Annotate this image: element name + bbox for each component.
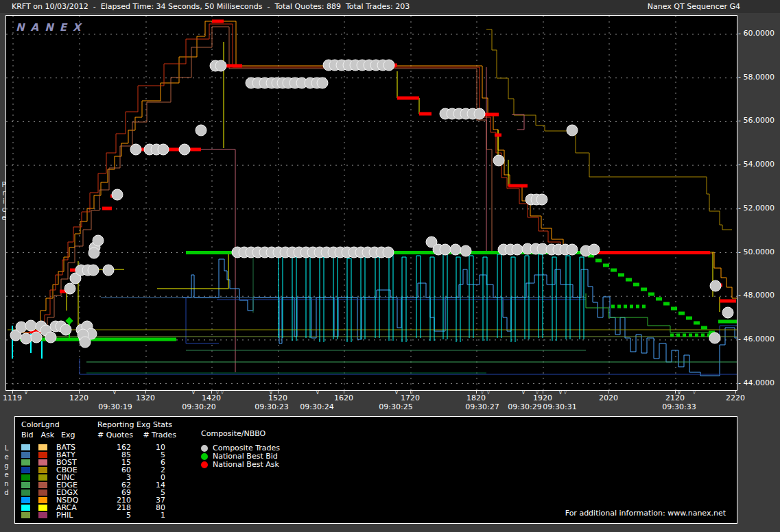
- exchange-quote-line: [201, 149, 235, 372]
- exchange-row: BATS 162 10: [21, 444, 200, 451]
- bid-color-swatch: [21, 467, 30, 473]
- nbbo-item: National Best Ask: [201, 461, 280, 469]
- color-legend-header: ColorLgnd: [21, 420, 60, 429]
- event-marker-icon: ∨: [215, 389, 220, 396]
- composite-trade-circle: [25, 320, 36, 331]
- composite-trade-circle: [21, 333, 32, 344]
- time-tick-label: 09:30:27: [465, 402, 499, 411]
- sequence-tick-label: 2120: [665, 394, 685, 402]
- exchange-table: BATS 162 10 BATY 85 5 BOST 15 6 CBOE 60 …: [21, 444, 200, 519]
- event-marker-icon: ∨: [410, 389, 414, 396]
- nbbo-header: Composite/NBBO: [201, 429, 280, 438]
- nbbo-items: Composite TradesNational Best BidNationa…: [201, 444, 280, 469]
- composite-trade-circle: [88, 265, 99, 276]
- bid-color-swatch: [21, 444, 30, 450]
- chart-frame: NANEX: [5, 15, 737, 391]
- composite-trade-circle: [709, 332, 720, 343]
- event-marker-icon: ∨: [394, 389, 399, 396]
- composite-trade-circle: [158, 144, 169, 155]
- col-header-ask: Ask: [41, 431, 59, 439]
- bid-color-swatch: [21, 452, 30, 458]
- composite-trade-circle: [440, 244, 451, 255]
- bid-lollipop-diamond: [65, 317, 73, 324]
- ask-color-swatch: [38, 474, 47, 481]
- title-bar: KRFT on 10/03/2012 - Elapsed Time: 34 Se…: [0, 0, 780, 13]
- time-tick-label: 09:30:31: [543, 402, 576, 411]
- composite-trade-circle: [93, 235, 104, 246]
- price-tick-label: - 54.0000: [738, 160, 775, 169]
- event-marker-icon: ∨: [563, 389, 567, 396]
- price-tick-label: - 52.0000: [738, 204, 775, 213]
- sequence-tick-label: 1620: [334, 394, 353, 402]
- price-tick-label: - 48.0000: [738, 291, 775, 300]
- ask-color-swatch: [38, 452, 47, 458]
- exchange-name: PHIL: [56, 511, 73, 519]
- composite-trade-circle: [317, 77, 328, 88]
- title-status-text: KRFT on 10/03/2012 - Elapsed Time: 34 Se…: [12, 0, 410, 13]
- composite-trade-circle: [567, 244, 578, 255]
- nbbo-item-label: National Best Ask: [213, 460, 279, 469]
- composite-trade-circle: [45, 332, 56, 343]
- time-tick-label: 09:30:24: [300, 402, 333, 411]
- event-marker-icon: ∨: [486, 389, 491, 396]
- ask-color-swatch: [38, 459, 47, 466]
- arca-bid-spike: [469, 256, 473, 338]
- bid-color-swatch: [21, 474, 30, 481]
- composite-trade-circle: [450, 244, 461, 255]
- composite-trade-circle: [80, 337, 91, 348]
- nbbo-marker-icon: [201, 461, 208, 468]
- arca-bid-spike: [430, 257, 434, 341]
- exchange-row: EDGE 62 14: [21, 481, 200, 489]
- col-header-trades: # Trades: [135, 431, 176, 439]
- exchange-quotes: 218: [90, 504, 131, 511]
- composite-trade-circle: [589, 244, 600, 255]
- stats-header: Reporting Exg Stats: [97, 420, 172, 429]
- price-tick-label: - 60.0000: [738, 29, 775, 38]
- sequence-tick-label: 1220: [69, 394, 88, 402]
- sequence-tick-label: 1320: [136, 394, 155, 402]
- price-axis: - 60.0000- 58.0000- 56.0000- 54.0000- 52…: [738, 15, 779, 391]
- composite-trade-circle: [179, 144, 190, 155]
- price-tick-label: - 46.0000: [738, 335, 775, 343]
- event-marker-icon: ∨: [191, 389, 196, 396]
- time-tick-label: 09:30:23: [255, 402, 288, 411]
- legend-axis-label: Legend: [2, 444, 10, 498]
- event-marker-icon: ∨: [113, 389, 117, 396]
- time-tick-label: 09:30:19: [98, 402, 132, 411]
- composite-trade-circle: [512, 244, 523, 255]
- composite-trade-circle: [722, 307, 733, 318]
- event-marker-icon: ∨: [677, 389, 681, 396]
- col-header-bid: Bid: [21, 431, 38, 439]
- nanex-logo: NANEX: [16, 21, 87, 34]
- nbbo-marker-icon: [201, 453, 208, 460]
- composite-trade-circle: [383, 60, 394, 71]
- col-header-exg: Exg: [61, 431, 75, 439]
- exchange-trades: 1: [131, 511, 165, 519]
- info-link[interactable]: For additional information: www.nanex.ne…: [565, 509, 726, 518]
- nbbo-marker-icon: [201, 445, 208, 452]
- exchange-quote-line: [182, 259, 737, 376]
- composite-trade-circle: [710, 280, 721, 291]
- event-marker-icon: ∨: [692, 389, 696, 396]
- exchange-row: NSDQ 210 37: [21, 496, 200, 504]
- exchange-row: ARCA 218 80: [21, 504, 200, 511]
- composite-trade-circle: [536, 194, 547, 205]
- composite-trade-circle: [460, 245, 471, 256]
- event-marker-icon: ∨: [24, 389, 28, 396]
- legend-panel: ColorLgnd Bid Ask Exg Reporting Exg Stat…: [14, 416, 737, 524]
- composite-trade-circle: [103, 265, 114, 276]
- event-marker-icon: ∨: [269, 389, 273, 396]
- ask-color-swatch: [38, 512, 47, 518]
- sequence-axis: 1119122013201420152016201720182019202020…: [5, 391, 777, 414]
- bid-color-swatch: [21, 459, 30, 466]
- ask-color-swatch: [38, 482, 47, 488]
- event-marker-icon: ∨: [480, 389, 484, 396]
- event-marker-icon: ∨: [558, 389, 563, 396]
- price-tick-label: - 50.0000: [738, 248, 775, 256]
- bid-color-swatch: [21, 512, 30, 518]
- composite-trade-circle: [64, 283, 75, 294]
- composite-trade-circle: [383, 247, 394, 258]
- exchange-row: CBOE 60 2: [21, 466, 200, 474]
- event-marker-icon: ∨: [521, 389, 525, 396]
- chart-canvas[interactable]: [6, 16, 737, 390]
